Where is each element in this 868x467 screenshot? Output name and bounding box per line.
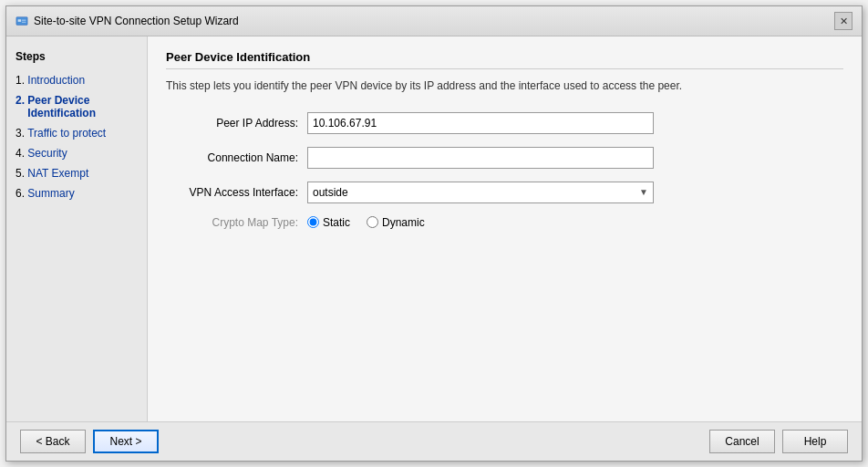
vpn-interface-label: VPN Access Interface: bbox=[166, 186, 307, 199]
sidebar-item-peer-device: 2. Peer Device Identification bbox=[6, 90, 147, 123]
svg-rect-1 bbox=[18, 19, 22, 22]
crypto-map-row: Crypto Map Type: Static Dynamic bbox=[166, 216, 843, 229]
crypto-radio-group: Static Dynamic bbox=[307, 216, 425, 229]
footer-right-buttons: Cancel Help bbox=[709, 430, 848, 453]
peer-ip-row: Peer IP Address: bbox=[166, 112, 843, 134]
radio-dynamic-label: Dynamic bbox=[382, 216, 425, 229]
window-title: Site-to-site VPN Connection Setup Wizard bbox=[34, 15, 239, 27]
description-text: This step lets you identify the peer VPN… bbox=[166, 78, 843, 94]
footer-left-buttons: < Back Next > bbox=[20, 430, 159, 453]
introduction-link[interactable]: Introduction bbox=[27, 74, 85, 87]
section-title: Peer Device Identification bbox=[166, 50, 843, 69]
radio-dynamic-option[interactable]: Dynamic bbox=[367, 216, 425, 229]
chevron-down-icon: ▼ bbox=[639, 187, 648, 197]
connection-name-input[interactable] bbox=[307, 147, 654, 169]
cancel-button[interactable]: Cancel bbox=[709, 430, 775, 453]
back-button[interactable]: < Back bbox=[20, 430, 86, 453]
close-button[interactable]: ✕ bbox=[834, 12, 852, 30]
sidebar: Steps 1. Introduction 2. Peer Device Ide… bbox=[6, 36, 148, 421]
vpn-interface-select[interactable]: outside ▼ bbox=[307, 182, 654, 203]
radio-static-input[interactable] bbox=[307, 216, 319, 228]
radio-static-option[interactable]: Static bbox=[307, 216, 350, 229]
main-form: Peer Device Identification This step let… bbox=[148, 36, 862, 421]
traffic-link[interactable]: Traffic to protect bbox=[27, 127, 106, 140]
sidebar-title: Steps bbox=[6, 50, 147, 70]
sidebar-item-traffic[interactable]: 3. Traffic to protect bbox=[6, 123, 147, 143]
connection-name-label: Connection Name: bbox=[166, 151, 307, 164]
sidebar-item-summary[interactable]: 6. Summary bbox=[6, 183, 147, 203]
peer-ip-input[interactable] bbox=[307, 112, 654, 134]
help-button[interactable]: Help bbox=[782, 430, 848, 453]
title-bar-left: Site-to-site VPN Connection Setup Wizard bbox=[16, 15, 239, 27]
vpn-interface-value: outside bbox=[313, 186, 348, 199]
title-bar: Site-to-site VPN Connection Setup Wizard… bbox=[6, 6, 862, 36]
sidebar-item-nat-exempt[interactable]: 5. NAT Exempt bbox=[6, 163, 147, 183]
footer: < Back Next > Cancel Help bbox=[6, 421, 862, 461]
connection-name-row: Connection Name: bbox=[166, 147, 843, 169]
window-icon bbox=[16, 15, 28, 27]
peer-ip-label: Peer IP Address: bbox=[166, 117, 307, 130]
radio-static-label: Static bbox=[323, 216, 350, 229]
summary-link[interactable]: Summary bbox=[27, 187, 74, 200]
security-link[interactable]: Security bbox=[27, 147, 67, 160]
main-window: Site-to-site VPN Connection Setup Wizard… bbox=[5, 5, 863, 462]
sidebar-item-introduction[interactable]: 1. Introduction bbox=[6, 70, 147, 90]
content-area: Steps 1. Introduction 2. Peer Device Ide… bbox=[6, 36, 862, 421]
next-button[interactable]: Next > bbox=[93, 430, 159, 453]
sidebar-item-security[interactable]: 4. Security bbox=[6, 143, 147, 163]
vpn-interface-row: VPN Access Interface: outside ▼ bbox=[166, 182, 843, 203]
crypto-map-label: Crypto Map Type: bbox=[166, 216, 307, 229]
nat-exempt-link[interactable]: NAT Exempt bbox=[27, 167, 88, 180]
radio-dynamic-input[interactable] bbox=[367, 216, 378, 228]
